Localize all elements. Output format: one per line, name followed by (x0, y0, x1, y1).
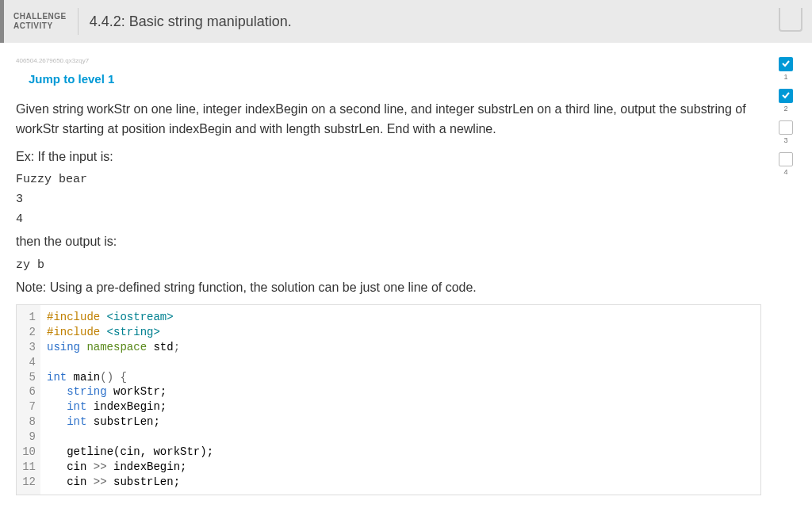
tok-getline-args: (cin, workStr); (113, 445, 213, 458)
check-icon (782, 91, 790, 101)
tok-main: main (67, 371, 100, 384)
line-number: 4 (29, 356, 36, 369)
tok-workstr: workStr; (107, 385, 167, 398)
tok-extract: >> (94, 476, 107, 488)
prompt-paragraph-1: Given string workStr on one line, intege… (16, 100, 761, 139)
tok-cin: cin (67, 460, 94, 473)
tok-semi: ; (174, 341, 180, 353)
tok-include: #include (47, 311, 100, 323)
check-icon (782, 59, 790, 69)
badge-line1: CHALLENGE (13, 12, 67, 21)
tok-using: using (47, 341, 80, 353)
prompt-paragraph-2: Ex: If the input is: (16, 147, 761, 167)
level-progress: 1 2 3 4 (776, 57, 796, 495)
level-step-num: 2 (783, 105, 787, 113)
prompt-note: Note: Using a pre-defined string functio… (16, 278, 761, 298)
code-area[interactable]: #include <iostream> #include <string> us… (40, 305, 220, 495)
bookmark-icon[interactable] (779, 8, 802, 32)
tok-int: int (67, 400, 86, 413)
line-number: 2 (29, 326, 36, 338)
jump-to-level-link[interactable]: Jump to level 1 (29, 72, 761, 86)
sample-output: zy b (16, 258, 761, 272)
level-step-4[interactable] (779, 152, 793, 166)
line-number: 12 (22, 476, 36, 488)
level-step-3[interactable] (779, 120, 793, 135)
line-number: 8 (29, 415, 36, 428)
tok-string: string (67, 385, 106, 398)
tok-substrlen: substrLen; (86, 415, 159, 428)
tok-std: std (147, 341, 174, 353)
level-step-1[interactable] (779, 57, 793, 71)
sample-input-line3: 4 (16, 212, 761, 226)
badge-line2: ACTIVITY (13, 21, 67, 31)
line-number-gutter: 1 2 3 4 5 6 7 8 9 10 11 12 (17, 305, 40, 495)
tok-extract: >> (94, 460, 107, 473)
challenge-header: CHALLENGE ACTIVITY 4.4.2: Basic string m… (0, 0, 812, 43)
sample-input-line2: 3 (16, 193, 761, 206)
level-step-2[interactable] (779, 89, 793, 103)
line-number: 1 (29, 311, 36, 323)
code-editor[interactable]: 1 2 3 4 5 6 7 8 9 10 11 12 #include <ios… (16, 304, 761, 495)
tok-indexbegin: indexBegin; (86, 400, 167, 413)
level-step-num: 1 (783, 73, 787, 81)
tok-parens: () (100, 371, 113, 384)
line-number: 6 (29, 385, 36, 398)
line-number: 3 (29, 341, 36, 353)
line-number: 7 (29, 400, 36, 413)
tok-brace: { (113, 371, 127, 384)
tok-int: int (67, 415, 86, 428)
tok-cin: cin (67, 476, 94, 488)
prompt-paragraph-3: then the output is: (16, 232, 761, 252)
line-number: 9 (29, 430, 36, 443)
tok-header: <string> (100, 326, 160, 338)
activity-title: 4.4.2: Basic string manipulation. (90, 13, 292, 30)
tok-substrlen: substrLen; (107, 476, 180, 488)
tok-header: <iostream> (100, 311, 173, 323)
sample-input-line1: Fuzzy bear (16, 173, 761, 186)
challenge-badge: CHALLENGE ACTIVITY (13, 12, 67, 31)
tok-int: int (47, 371, 67, 384)
tok-include: #include (47, 326, 100, 338)
tok-getline: getline (67, 445, 113, 458)
activity-content: 406504.2679650.qx3zqy7 Jump to level 1 G… (16, 57, 761, 495)
line-number: 11 (22, 460, 36, 473)
tok-indexbegin: indexBegin; (107, 460, 187, 473)
level-step-num: 4 (783, 168, 787, 176)
header-divider (78, 8, 79, 35)
level-step-num: 3 (783, 136, 787, 144)
tok-namespace: namespace (80, 341, 147, 353)
line-number: 10 (22, 445, 36, 458)
hash-code: 406504.2679650.qx3zqy7 (16, 57, 761, 64)
line-number: 5 (29, 371, 36, 384)
